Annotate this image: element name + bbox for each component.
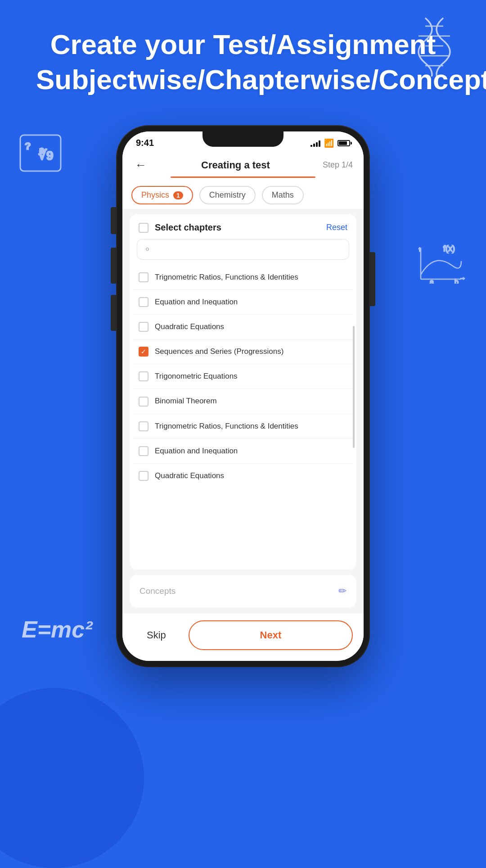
tab-chemistry-label: Chemistry [209,190,246,199]
tab-chemistry[interactable]: Chemistry [199,186,256,204]
header-section: Create your Test/Assignment Subjectwise/… [0,0,486,115]
step-indicator: Step 1/4 [323,160,353,170]
app-header: ← Creating a test Step 1/4 [122,152,364,176]
tab-physics[interactable]: Physics 1 [131,186,193,204]
chapter-name-7: Equation and Inequation [155,446,238,456]
subject-tabs: Physics 1 Chemistry Maths [122,178,364,209]
reset-button[interactable]: Reset [326,223,347,232]
chapter-checkbox-0[interactable] [139,272,148,282]
chapter-item[interactable]: Trigonometric Equations [133,364,353,389]
header-title-line1: Create your Test/Assignment [50,29,436,60]
select-chapters-title: Select chapters [155,222,320,233]
chapter-item[interactable]: Sequences and Series (Progressions) [133,339,353,364]
formula-icon: ? ∛9 [16,131,65,176]
scroll-indicator [353,326,355,448]
phone-button-vol-down [111,295,116,331]
back-button[interactable]: ← [133,156,148,174]
edit-icon[interactable]: ✏ [338,585,346,597]
tab-physics-label: Physics [141,190,169,199]
chapter-list: Trignometric Ratios, Functions & Identit… [130,265,356,570]
chapter-name-3: Sequences and Series (Progressions) [155,347,284,357]
svg-text:∛9: ∛9 [38,148,54,163]
tab-maths[interactable]: Maths [262,186,304,204]
wave-blob [0,688,144,868]
chapter-item[interactable]: Binomial Theorem [133,389,353,414]
concepts-card[interactable]: Concepts ✏ [130,575,356,607]
phone-mockup: 9:41 📶 [117,126,369,666]
chapter-name-0: Trignometric Ratios, Functions & Identit… [155,272,298,282]
phone-button-power [370,252,375,306]
svg-text:→: → [459,275,466,282]
tab-maths-label: Maths [272,190,294,199]
status-time: 9:41 [136,138,154,148]
svg-text:b: b [454,278,459,284]
chapter-item[interactable]: Quadratic Equations [133,315,353,339]
chapter-item[interactable]: Quadratic Equations [133,464,353,488]
battery-icon [338,140,350,146]
svg-text:?: ? [25,140,31,152]
signal-icon [310,140,320,147]
chapter-checkbox-7[interactable] [139,446,148,456]
chapter-checkbox-8[interactable] [139,471,148,481]
wifi-icon: 📶 [324,138,334,148]
skip-button[interactable]: Skip [133,623,180,647]
svg-text:↑: ↑ [418,245,421,253]
chapter-checkbox-2[interactable] [139,322,148,332]
phone-notch [202,131,284,147]
chapter-name-8: Quadratic Equations [155,471,224,481]
chapter-item[interactable]: Trignometric Ratios, Functions & Identit… [133,414,353,439]
concepts-label: Concepts [140,586,176,596]
chapter-checkbox-3[interactable] [139,347,148,357]
chapter-checkbox-6[interactable] [139,421,148,431]
chapter-name-5: Binomial Theorem [155,396,217,406]
chapter-item[interactable]: Trignometric Ratios, Functions & Identit… [133,265,353,290]
emc-decoration: E=mc² [22,616,93,643]
chapter-name-4: Trigonometric Equations [155,371,238,381]
status-icons: 📶 [310,138,350,148]
chapter-name-6: Trignometric Ratios, Functions & Identit… [155,421,298,431]
header-title-line2: Subjectwise/Chapterwise/Conceptwise [36,64,486,95]
phone-screen: 9:41 📶 [122,131,364,661]
screen-title: Creating a test [201,159,270,171]
tab-physics-badge: 1 [173,191,183,199]
search-bar[interactable]: ⚬ [137,239,349,260]
chapter-checkbox-1[interactable] [139,297,148,307]
svg-text:a: a [430,278,434,284]
chapter-checkbox-5[interactable] [139,397,148,407]
next-button[interactable]: Next [189,620,353,650]
svg-text:f(x): f(x) [443,244,455,253]
header-title: Create your Test/Assignment Subjectwise/… [36,27,450,97]
bottom-bar: Skip Next [122,613,364,661]
chapter-checkbox-4[interactable] [139,371,148,381]
chapter-name-2: Quadratic Equations [155,322,224,332]
chapter-name-1: Equation and Inequation [155,297,238,307]
search-input[interactable] [156,245,342,254]
phone-button-mute [111,207,116,234]
chapter-item[interactable]: Equation and Inequation [133,290,353,315]
chapters-header: Select chapters Reset [130,214,356,239]
chapter-item[interactable]: Equation and Inequation [133,439,353,464]
phone-button-vol-up [111,248,116,284]
content-area: Select chapters Reset ⚬ Trignometric Rat… [122,209,364,613]
search-icon: ⚬ [144,244,151,255]
select-all-checkbox[interactable] [139,223,148,233]
chapters-card: Select chapters Reset ⚬ Trignometric Rat… [130,214,356,570]
graph-icon: f(x) b a ↑ → [416,243,466,284]
